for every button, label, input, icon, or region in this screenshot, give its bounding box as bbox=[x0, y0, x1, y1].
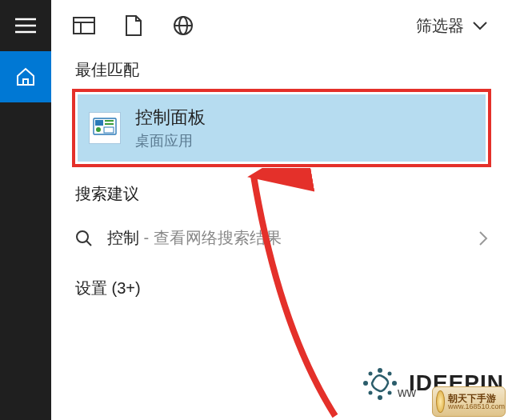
svg-point-19 bbox=[368, 391, 372, 395]
svg-point-18 bbox=[378, 395, 382, 400]
svg-rect-0 bbox=[74, 18, 94, 34]
settings-results-heading: 设置 (3+) bbox=[51, 263, 512, 314]
filter-label: 筛选器 bbox=[416, 15, 464, 37]
svg-line-13 bbox=[86, 241, 91, 246]
hamburger-icon bbox=[15, 18, 36, 34]
chevron-right-icon bbox=[478, 230, 488, 246]
svg-rect-9 bbox=[105, 123, 114, 125]
svg-point-21 bbox=[368, 372, 372, 376]
best-match-result[interactable]: 控制面板 桌面应用 bbox=[78, 94, 486, 162]
badge-title: 朝天下手游 bbox=[448, 394, 505, 403]
apps-tab[interactable] bbox=[59, 0, 109, 51]
svg-rect-8 bbox=[105, 120, 114, 122]
apps-icon bbox=[73, 17, 95, 34]
badge-url: www.168510.com bbox=[448, 403, 505, 410]
best-match-text: 控制面板 桌面应用 bbox=[135, 106, 206, 150]
web-search-suggestion[interactable]: 控制 - 查看网络搜索结果 bbox=[51, 213, 512, 263]
home-button[interactable] bbox=[0, 51, 51, 102]
svg-point-15 bbox=[387, 372, 391, 376]
documents-tab[interactable] bbox=[109, 0, 158, 51]
filter-dropdown[interactable]: 筛选器 bbox=[400, 15, 504, 37]
watermark-prefix: ww bbox=[398, 386, 416, 400]
search-icon bbox=[75, 230, 93, 247]
web-tab[interactable] bbox=[158, 0, 208, 51]
control-panel-icon bbox=[89, 112, 121, 144]
svg-point-12 bbox=[77, 231, 88, 242]
watermark-logo-icon bbox=[359, 362, 401, 404]
home-icon bbox=[15, 66, 36, 87]
coin-icon bbox=[436, 390, 445, 413]
best-match-subtitle: 桌面应用 bbox=[135, 131, 206, 150]
svg-point-16 bbox=[392, 381, 397, 386]
hamburger-menu[interactable] bbox=[0, 0, 51, 51]
chevron-down-icon bbox=[472, 21, 488, 30]
search-suggestions-heading: 搜索建议 bbox=[51, 175, 512, 213]
toolbar: 筛选器 bbox=[51, 0, 512, 51]
watermark: IDEEPIN bbox=[359, 362, 504, 404]
search-keyword: 控制 bbox=[107, 229, 139, 246]
watermark-brand: IDEEPIN bbox=[409, 370, 504, 396]
annotation-highlight: 控制面板 桌面应用 bbox=[72, 89, 491, 167]
start-sidebar bbox=[0, 0, 51, 420]
search-hint: - 查看网络搜索结果 bbox=[139, 229, 282, 246]
svg-point-14 bbox=[378, 368, 382, 373]
svg-point-17 bbox=[387, 391, 391, 395]
svg-point-20 bbox=[363, 381, 368, 386]
document-icon bbox=[125, 14, 142, 37]
best-match-title: 控制面板 bbox=[135, 106, 206, 130]
svg-point-10 bbox=[96, 127, 101, 132]
globe-icon bbox=[173, 15, 194, 36]
best-match-heading: 最佳匹配 bbox=[51, 51, 512, 89]
search-panel: 筛选器 最佳匹配 控制面板 桌面应用 搜索建议 控制 - 查看网络搜索结果 bbox=[51, 0, 512, 420]
source-badge: 朝天下手游 www.168510.com bbox=[432, 386, 506, 417]
svg-rect-7 bbox=[95, 120, 103, 126]
